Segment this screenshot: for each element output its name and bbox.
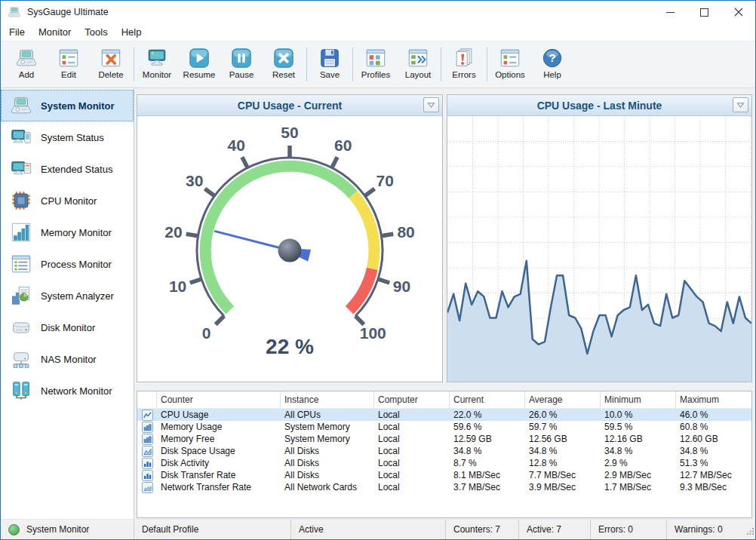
area-chart-icon [137, 446, 157, 457]
toolbar-errors-button[interactable]: Errors [443, 41, 485, 87]
toolbar-save-button[interactable]: Save [309, 41, 351, 87]
sidebar-item-nas-monitor[interactable]: NAS Monitor [1, 343, 134, 375]
sidebar-item-memory-monitor[interactable]: Memory Monitor [1, 216, 134, 248]
bars-chart-icon [137, 422, 157, 433]
table-row[interactable]: Disk Transfer RateAll DisksLocal8.1 MB/S… [137, 469, 751, 481]
toolbar-delete-button[interactable]: Delete [90, 41, 132, 87]
minimize-icon [666, 8, 675, 17]
menu-help[interactable]: Help [115, 25, 149, 39]
help-icon: ? [541, 47, 564, 69]
column-header-icon[interactable] [137, 391, 157, 408]
gauge-panel: CPU Usage - Current 01020304050607080901… [137, 94, 443, 382]
column-header-counter[interactable]: Counter [157, 391, 281, 408]
svg-text:22 %: 22 % [266, 335, 314, 358]
toolbar-monitor-button[interactable]: Monitor [136, 41, 178, 87]
cell-instance: All Disks [281, 446, 374, 456]
sidebar-item-process-monitor[interactable]: Process Monitor [1, 248, 134, 280]
profiles-icon [364, 47, 387, 69]
waves-chart-icon [137, 482, 157, 493]
toolbar-group: Options?Help [489, 41, 573, 87]
cell-counter: Memory Usage [157, 422, 281, 432]
table-row[interactable]: Memory FreeSystem MemoryLocal12.59 GB12.… [137, 433, 751, 445]
svg-text:40: 40 [228, 137, 245, 154]
column-header-minimum[interactable]: Minimum [601, 391, 676, 408]
column-header-computer[interactable]: Computer [374, 391, 450, 408]
toolbar-reset-button[interactable]: Reset [263, 41, 305, 87]
cell-average: 12.8 % [525, 458, 601, 468]
sidebar-item-system-analyzer[interactable]: System Analyzer [1, 280, 134, 311]
system-analyzer-icon [10, 284, 32, 307]
status-monitor-name: System Monitor [1, 520, 134, 539]
cell-instance: System Memory [281, 434, 374, 444]
chart-panel-menu-button[interactable] [733, 97, 748, 112]
toolbar-add-button[interactable]: Add [5, 41, 48, 87]
toolbar-resume-button[interactable]: Resume [178, 41, 220, 87]
menu-tools[interactable]: Tools [78, 25, 114, 39]
status-label: System Monitor [26, 524, 89, 535]
maximize-button[interactable] [687, 1, 721, 23]
bars2-chart-icon [137, 458, 157, 469]
gauge-panel-menu-button[interactable] [423, 97, 439, 112]
sidebar-item-label: System Status [41, 132, 104, 143]
sidebar-item-disk-monitor[interactable]: Disk Monitor [1, 311, 134, 343]
main-area: System MonitorSystem StatusExtended Stat… [1, 88, 755, 520]
cell-computer: Local [374, 422, 450, 432]
table-row[interactable]: Disk ActivityAll DisksLocal8.7 %12.8 %2.… [137, 457, 751, 469]
nas-monitor-icon [10, 348, 32, 370]
sidebar-item-system-monitor[interactable]: System Monitor [1, 90, 134, 121]
sidebar: System MonitorSystem StatusExtended Stat… [1, 88, 134, 520]
toolbar-edit-button[interactable]: Edit [48, 41, 90, 87]
cell-minimum: 2.9 MB/Sec [601, 470, 676, 480]
sidebar-item-label: Disk Monitor [41, 322, 95, 333]
column-header-current[interactable]: Current [450, 391, 525, 408]
toolbar-separator [352, 48, 353, 81]
sidebar-item-system-status[interactable]: System Status [1, 121, 134, 153]
menu-file[interactable]: File [2, 25, 32, 39]
status-label: Default Profile [142, 524, 198, 535]
cell-instance: All Disks [281, 470, 374, 480]
status-label: Active: 7 [527, 524, 561, 535]
sidebar-item-network-monitor[interactable]: Network Monitor [1, 375, 134, 407]
toolbar-group: MonitorResumePauseReset [136, 41, 305, 87]
toolbar-separator [306, 48, 307, 81]
cell-counter: Disk Activity [157, 458, 281, 468]
app-window: SysGauge Ultimate FileMonitorToolsHelp A… [0, 0, 756, 540]
cell-minimum: 12.16 GB [601, 434, 676, 444]
resize-grip[interactable] [747, 524, 754, 538]
maximize-icon [700, 8, 708, 17]
cell-maximum: 46.0 % [676, 410, 751, 420]
cell-average: 3.9 MB/Sec [525, 482, 601, 492]
active-status-dot-icon [8, 524, 20, 535]
options-icon [499, 47, 521, 69]
sidebar-item-label: NAS Monitor [41, 354, 97, 365]
table-row[interactable]: Disk Space UsageAll DisksLocal34.8 %34.8… [137, 445, 751, 457]
close-button[interactable] [721, 1, 755, 23]
column-header-average[interactable]: Average [525, 391, 601, 408]
minimize-button[interactable] [653, 1, 687, 23]
table-row[interactable]: Memory UsageSystem MemoryLocal59.6 %59.7… [137, 421, 751, 433]
toolbar-layout-button[interactable]: Layout [397, 41, 439, 87]
toolbar-profiles-button[interactable]: Profiles [355, 41, 397, 87]
window-controls [653, 1, 755, 23]
toolbar-button-label: Delete [98, 70, 123, 79]
close-icon [734, 8, 743, 17]
toolbar-button-label: Edit [61, 70, 76, 79]
sidebar-item-cpu-monitor[interactable]: CPU Monitor [1, 185, 134, 216]
toolbar-help-button[interactable]: ?Help [531, 41, 573, 87]
column-header-instance[interactable]: Instance [281, 391, 374, 408]
status-active-count: Active: 7 [519, 520, 591, 539]
toolbar-group: AddEditDelete [5, 41, 132, 87]
table-row[interactable]: Network Transfer RateAll Network CardsLo… [137, 481, 751, 493]
cell-maximum: 12.7 MB/Sec [676, 470, 751, 480]
disk-monitor-icon [10, 316, 32, 339]
cell-counter: Memory Free [157, 434, 281, 444]
gauge-panel-header: CPU Usage - Current [137, 95, 442, 116]
table-row[interactable]: CPU UsageAll CPUsLocal22.0 %26.0 %10.0 %… [137, 409, 751, 421]
column-header-maximum[interactable]: Maximum [676, 391, 751, 408]
cell-maximum: 60.8 % [676, 422, 751, 432]
toolbar-pause-button[interactable]: Pause [220, 41, 263, 87]
menu-monitor[interactable]: Monitor [32, 25, 78, 39]
sidebar-item-extended-status[interactable]: Extended Status [1, 153, 134, 185]
toolbar-options-button[interactable]: Options [489, 41, 531, 87]
cell-current: 12.59 GB [450, 434, 525, 444]
